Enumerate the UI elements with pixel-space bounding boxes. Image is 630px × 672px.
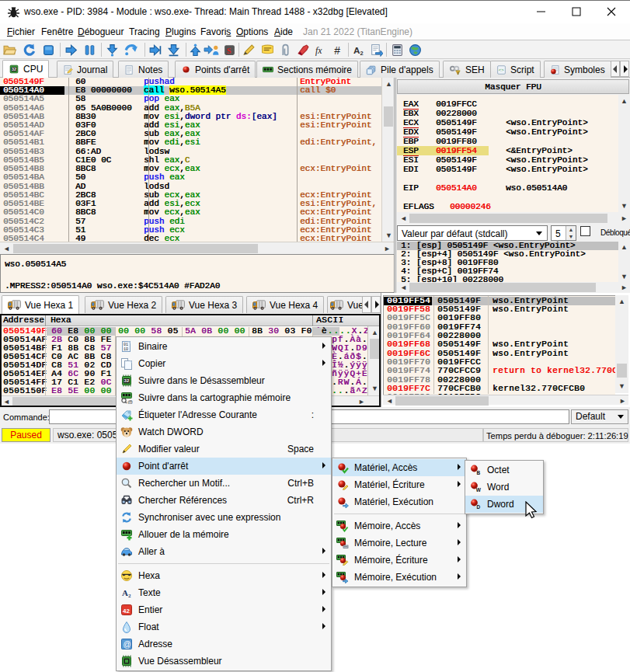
svg-text:32: 32: [12, 67, 16, 71]
svg-text:fx: fx: [315, 46, 322, 56]
svg-text:#: #: [334, 44, 340, 57]
svg-text:2: 2: [128, 593, 131, 599]
svg-text:@: @: [127, 399, 133, 405]
svg-text:<>: <>: [499, 68, 504, 73]
svg-text:10: 10: [124, 347, 128, 352]
svg-text:42: 42: [123, 608, 130, 615]
svg-text:S: S: [227, 47, 231, 55]
svg-text:W: W: [476, 487, 482, 493]
svg-text:A: A: [122, 588, 128, 597]
svg-text:D: D: [477, 504, 481, 510]
svg-text:32: 32: [124, 378, 130, 383]
svg-text:@: @: [124, 640, 131, 649]
svg-text:B: B: [477, 470, 481, 475]
svg-text:!: !: [458, 70, 459, 75]
svg-text:2: 2: [360, 50, 364, 57]
